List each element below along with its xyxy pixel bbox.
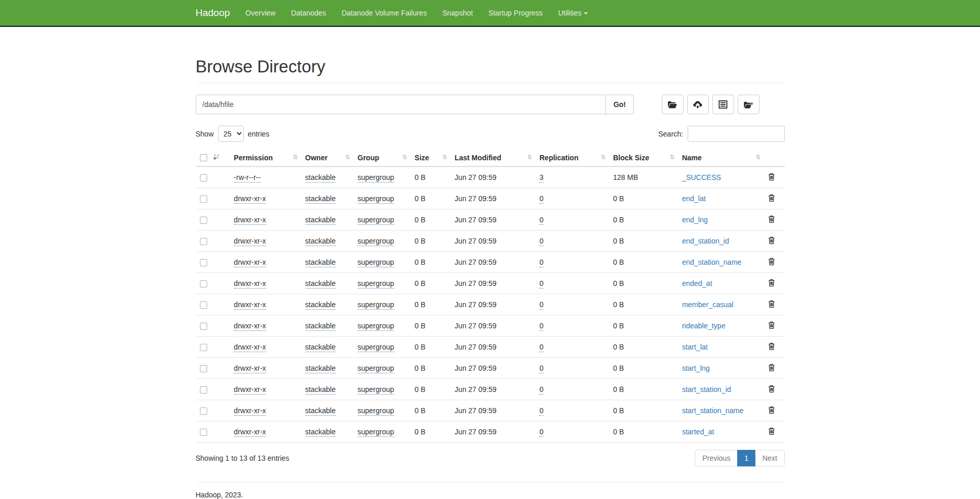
group-value[interactable]: supergroup: [357, 279, 394, 289]
permission-value[interactable]: drwxr-xr-x: [234, 364, 266, 373]
row-checkbox[interactable]: [200, 174, 207, 182]
create-directory-button[interactable]: [662, 95, 683, 114]
column-header-name[interactable]: Name⇅: [678, 149, 764, 167]
group-value[interactable]: supergroup: [357, 406, 394, 416]
group-value[interactable]: supergroup: [357, 428, 394, 437]
file-name-link[interactable]: member_casual: [682, 300, 734, 309]
replication-value[interactable]: 0: [539, 364, 543, 373]
nav-item-datanode-volume-failures[interactable]: Datanode Volume Failures: [334, 0, 434, 26]
owner-value[interactable]: stackable: [305, 216, 336, 225]
permission-value[interactable]: drwxr-xr-x: [234, 322, 266, 331]
row-checkbox[interactable]: [200, 386, 207, 394]
group-value[interactable]: supergroup: [357, 194, 394, 204]
delete-button[interactable]: [768, 300, 775, 309]
file-name-link[interactable]: ended_at: [682, 279, 712, 288]
delete-button[interactable]: [768, 385, 775, 394]
nav-item-utilities-dropdown[interactable]: Utilities: [550, 0, 595, 26]
nav-item-snapshot[interactable]: Snapshot: [434, 0, 480, 26]
file-name-link[interactable]: start_station_id: [682, 385, 731, 394]
owner-value[interactable]: stackable: [305, 428, 336, 437]
file-name-link[interactable]: end_lat: [682, 194, 706, 203]
replication-value[interactable]: 0: [539, 194, 543, 204]
directory-path-input[interactable]: [196, 95, 606, 114]
row-checkbox[interactable]: [200, 407, 207, 415]
row-checkbox[interactable]: [200, 238, 207, 245]
permission-value[interactable]: drwxr-xr-x: [234, 300, 266, 310]
move-button[interactable]: [738, 95, 759, 114]
row-checkbox[interactable]: [200, 429, 207, 436]
owner-value[interactable]: stackable: [305, 237, 336, 246]
owner-value[interactable]: stackable: [305, 173, 336, 183]
row-checkbox[interactable]: [200, 365, 207, 372]
pagination-next[interactable]: Next: [755, 450, 785, 466]
owner-value[interactable]: stackable: [305, 300, 336, 310]
column-header-last-modified[interactable]: Last Modified⇅: [450, 149, 535, 167]
nav-item-overview[interactable]: Overview: [238, 0, 283, 26]
owner-value[interactable]: stackable: [305, 406, 336, 416]
delete-button[interactable]: [768, 406, 775, 415]
column-header-permission[interactable]: Permission⇅: [230, 149, 301, 167]
delete-button[interactable]: [768, 194, 775, 203]
group-value[interactable]: supergroup: [357, 216, 394, 225]
replication-value[interactable]: 0: [539, 385, 543, 395]
upload-files-button[interactable]: [687, 95, 709, 114]
select-all-checkbox[interactable]: [200, 154, 207, 161]
row-checkbox[interactable]: [200, 259, 207, 266]
permission-value[interactable]: drwxr-xr-x: [234, 279, 266, 289]
permission-value[interactable]: -rw-r--r--: [234, 173, 261, 183]
page-size-select[interactable]: 25: [218, 126, 244, 142]
column-header-block-size[interactable]: Block Size⇅: [609, 149, 678, 167]
delete-button[interactable]: [768, 321, 775, 330]
replication-value[interactable]: 0: [539, 300, 543, 310]
delete-button[interactable]: [768, 427, 775, 436]
row-checkbox[interactable]: [200, 195, 207, 203]
owner-value[interactable]: stackable: [305, 322, 336, 331]
group-value[interactable]: supergroup: [357, 385, 394, 395]
file-name-link[interactable]: start_lng: [682, 364, 710, 372]
group-value[interactable]: supergroup: [357, 364, 394, 373]
row-checkbox[interactable]: [200, 301, 207, 309]
group-value[interactable]: supergroup: [357, 237, 394, 246]
owner-value[interactable]: stackable: [305, 194, 336, 204]
permission-value[interactable]: drwxr-xr-x: [234, 216, 266, 225]
delete-button[interactable]: [768, 215, 775, 224]
permission-value[interactable]: drwxr-xr-x: [234, 406, 266, 416]
delete-button[interactable]: [768, 342, 775, 352]
file-name-link[interactable]: end_lng: [682, 216, 708, 224]
file-name-link[interactable]: _SUCCESS: [682, 173, 721, 182]
pagination-page-1[interactable]: 1: [737, 450, 756, 466]
file-name-link[interactable]: start_station_name: [682, 406, 743, 415]
sort-ascending-icon[interactable]: [213, 154, 220, 162]
permission-value[interactable]: drwxr-xr-x: [234, 385, 266, 395]
permission-value[interactable]: drwxr-xr-x: [234, 343, 266, 352]
search-input[interactable]: [688, 126, 785, 142]
owner-value[interactable]: stackable: [305, 279, 336, 289]
group-value[interactable]: supergroup: [357, 322, 394, 331]
delete-button[interactable]: [768, 236, 775, 246]
group-value[interactable]: supergroup: [357, 258, 394, 267]
row-checkbox[interactable]: [200, 280, 207, 288]
row-checkbox[interactable]: [200, 323, 207, 330]
list-button[interactable]: [712, 95, 734, 114]
owner-value[interactable]: stackable: [305, 343, 336, 352]
replication-value[interactable]: 0: [539, 216, 543, 225]
group-value[interactable]: supergroup: [357, 300, 394, 310]
delete-button[interactable]: [768, 173, 775, 182]
nav-item-datanodes[interactable]: Datanodes: [283, 0, 334, 26]
navbar-brand[interactable]: Hadoop: [196, 0, 238, 26]
replication-value[interactable]: 0: [539, 258, 543, 267]
owner-value[interactable]: stackable: [305, 258, 336, 267]
file-name-link[interactable]: rideable_type: [682, 322, 725, 330]
permission-value[interactable]: drwxr-xr-x: [234, 258, 266, 267]
column-header-replication[interactable]: Replication⇅: [535, 149, 609, 167]
replication-value[interactable]: 0: [539, 279, 543, 289]
owner-value[interactable]: stackable: [305, 385, 336, 395]
row-checkbox[interactable]: [200, 344, 207, 351]
column-header-size[interactable]: Size⇅: [411, 149, 451, 167]
file-name-link[interactable]: started_at: [682, 428, 714, 436]
delete-button[interactable]: [768, 258, 775, 267]
file-name-link[interactable]: end_station_id: [682, 237, 729, 245]
group-value[interactable]: supergroup: [357, 173, 394, 183]
replication-value[interactable]: 0: [539, 428, 543, 437]
replication-value[interactable]: 0: [539, 237, 543, 246]
